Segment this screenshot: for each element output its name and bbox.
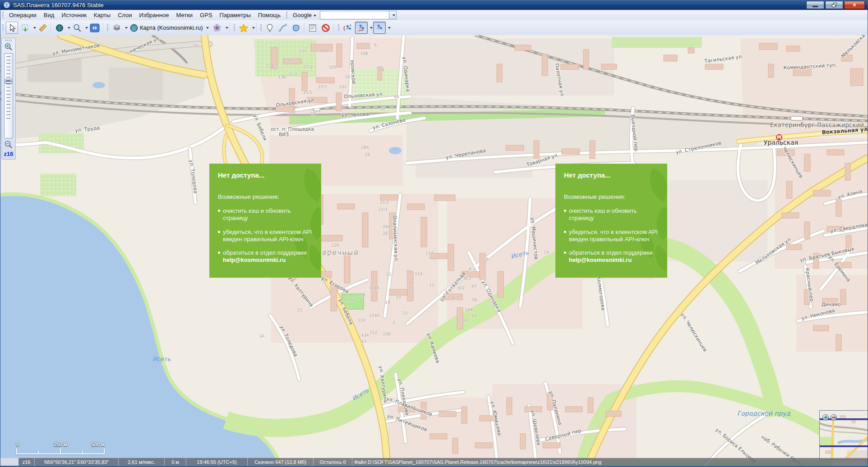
zoom-out-icon: [4, 140, 13, 149]
gps-satellite-icon: [356, 23, 366, 32]
menu-item-gps[interactable]: GPS: [196, 11, 216, 19]
house-number: 25/1: [303, 90, 312, 95]
app-window: SAS.Планета 160707.9476 Stable × Операци…: [0, 0, 868, 467]
menu-item-источник[interactable]: Источник: [58, 11, 90, 19]
house-number: 112: [369, 330, 377, 335]
map-source-dropdown[interactable]: Карта (Kosmosnimki.ru): [128, 22, 210, 34]
map-canvas[interactable]: ул. Минометчиковническая ул.ул. ТрудаОль…: [0, 35, 868, 467]
map-viewport[interactable]: ул. Минометчиковническая ул.ул. ТрудаОль…: [0, 35, 868, 467]
house-number: 17: [396, 296, 401, 300]
full-map-button[interactable]: [53, 22, 65, 34]
metro-label: М: [777, 135, 781, 140]
house-number: 103: [345, 75, 352, 79]
minimize-button[interactable]: [806, 1, 824, 9]
house-number: 118А: [369, 286, 379, 290]
map-label: Городской пруд: [737, 410, 791, 417]
zoom-in-button[interactable]: [4, 42, 14, 52]
scale-end: 500 м: [91, 442, 105, 447]
house-number: 18: [310, 111, 316, 116]
house-number: 25/2: [288, 72, 297, 77]
menu-item-параметры[interactable]: Параметры: [216, 11, 254, 19]
zoom-tick: [6, 111, 10, 112]
search-combobox[interactable]: [320, 11, 397, 19]
toolbar-grip: [2, 12, 4, 18]
status-segment: N56°50'36,21" E60°33'30,83": [35, 458, 119, 466]
toolbar-grip: [2, 24, 4, 31]
polygon-icon: [291, 23, 300, 32]
minimap-zoom-in-button[interactable]: [822, 414, 829, 421]
fill-map-button[interactable]: [111, 22, 123, 34]
path-icon: [278, 23, 287, 32]
zoom-tick: [6, 104, 10, 105]
close-button[interactable]: ×: [844, 1, 865, 9]
menu-item-карты[interactable]: Карты: [90, 11, 114, 19]
favorites-button[interactable]: [237, 22, 250, 34]
star-icon: [239, 23, 249, 32]
toolbar-grip: [260, 24, 262, 31]
chevron-down-icon[interactable]: [125, 27, 128, 29]
search-input[interactable]: [320, 11, 389, 19]
mini-map[interactable]: [819, 410, 868, 460]
main-toolbar: Карта (Kosmosnimki.ru): [0, 20, 868, 36]
toolbar-grip: [234, 24, 235, 31]
menu-item-google[interactable]: Google: [289, 11, 318, 19]
fullscreen-button[interactable]: [88, 22, 101, 34]
house-number: 18: [406, 270, 411, 274]
panel-grip[interactable]: [5, 40, 12, 41]
map-label: Екатеринбург-Пассажирский: [770, 121, 864, 128]
menu-item-помощь[interactable]: Помощь: [254, 11, 284, 19]
chevron-down-icon[interactable]: [388, 27, 391, 29]
add-polygon-button[interactable]: [290, 22, 302, 34]
toolbar-separator: [51, 23, 51, 33]
error-bullet: очистить кэш и обновить страницу: [564, 207, 660, 222]
menu-item-метки[interactable]: Метки: [172, 11, 196, 19]
zoom-slider-handle[interactable]: [5, 79, 12, 84]
cursor-tool-button[interactable]: [6, 22, 18, 34]
error-intro: Возможные решения:: [564, 193, 660, 200]
house-number: 126: [331, 243, 339, 247]
house-number: 1А: [471, 314, 477, 318]
house-number: 142: [286, 58, 294, 62]
selection-tool-button[interactable]: [19, 22, 31, 34]
gps-connect-button[interactable]: [342, 22, 354, 34]
status-segment: Файл D:\SOFT\SASPlanet_160707\SAS.Planet…: [352, 458, 868, 466]
error-title: Нет доступа...: [564, 171, 660, 179]
error-solutions: очистить кэш и обновить страницу убедить…: [564, 207, 660, 264]
gps-track-toggle[interactable]: [355, 22, 368, 34]
layers-flower-button[interactable]: [211, 22, 223, 34]
chevron-down-icon[interactable]: [68, 27, 70, 29]
chevron-down-icon[interactable]: [370, 27, 373, 29]
error-title: Нет доступа...: [218, 171, 314, 179]
zoom-tick: [6, 97, 10, 98]
menu-item-операции[interactable]: Операции: [5, 11, 40, 19]
gps-follow-toggle[interactable]: [373, 22, 386, 34]
chevron-down-icon: [392, 14, 395, 16]
zoom-tool-button[interactable]: [71, 22, 83, 34]
chevron-down-icon[interactable]: [226, 27, 228, 29]
measure-tool-button[interactable]: [37, 22, 49, 34]
hide-marks-button[interactable]: [320, 22, 332, 34]
status-segment: 0 м: [165, 458, 186, 466]
house-number: 27/1: [318, 85, 327, 89]
chevron-down-icon[interactable]: [33, 27, 36, 29]
menu-item-вид[interactable]: Вид: [40, 11, 58, 19]
forbidden-icon: [321, 23, 330, 32]
menu-item-избранное[interactable]: Избранное: [136, 11, 173, 19]
dark-globe-icon: [55, 23, 64, 32]
add-path-button[interactable]: [277, 22, 289, 34]
error-bullet: убедиться, что в клиентском API введен п…: [218, 229, 314, 243]
menu-item-слои[interactable]: Слои: [114, 11, 136, 19]
search-dropdown-button[interactable]: [389, 11, 397, 19]
zoom-slider[interactable]: [4, 53, 13, 138]
restore-button[interactable]: [825, 1, 843, 9]
chevron-down-icon[interactable]: [252, 27, 255, 29]
placemark-manager-button[interactable]: [307, 22, 319, 34]
chevron-down-icon[interactable]: [85, 27, 88, 29]
zoom-out-button[interactable]: [4, 140, 14, 150]
minimap-zoom-out-button[interactable]: [831, 414, 837, 421]
status-segment: 19:46:55 (UTC+5): [186, 458, 248, 466]
error-intro: Возможные решения:: [218, 193, 314, 200]
add-placemark-button[interactable]: [264, 22, 276, 34]
house-number: 105: [328, 65, 336, 69]
house-number: 22: [291, 110, 295, 114]
